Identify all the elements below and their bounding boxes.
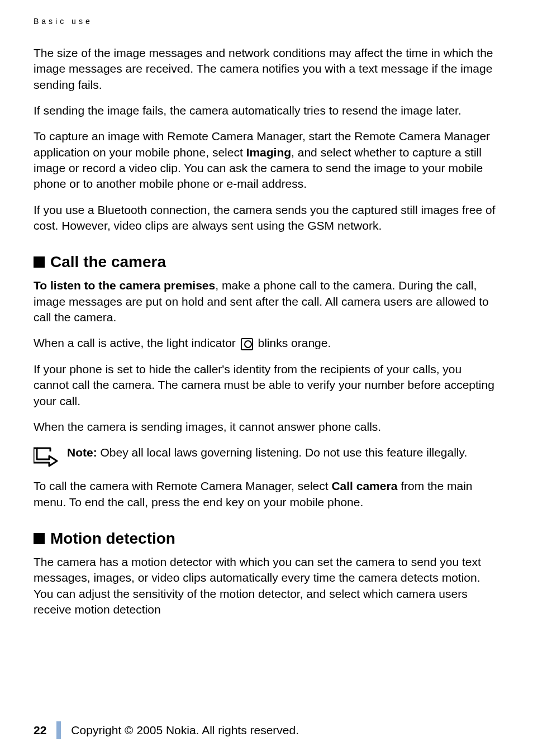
section-heading-motion-detection: Motion detection	[34, 530, 499, 548]
bold-text: Imaging	[246, 146, 292, 159]
bold-text: Call camera	[331, 479, 397, 492]
footer-accent-bar	[56, 721, 61, 739]
text-span: To call the camera with Remote Camera Ma…	[34, 479, 331, 492]
body-paragraph: The size of the image messages and netwo…	[34, 45, 499, 93]
section-heading-call-camera: Call the camera	[34, 253, 499, 271]
body-paragraph: To call the camera with Remote Camera Ma…	[34, 478, 499, 510]
text-span: blinks orange.	[255, 336, 331, 349]
note-text: Note: Obey all local laws governing list…	[67, 445, 467, 460]
note-content: Obey all local laws governing listening.…	[97, 446, 468, 459]
bold-text: To listen to the camera premises	[34, 279, 215, 292]
body-paragraph: If you use a Bluetooth connection, the c…	[34, 202, 499, 234]
body-paragraph: If sending the image fails, the camera a…	[34, 103, 499, 118]
light-indicator-icon	[241, 338, 253, 350]
header-running-title: Basic use	[34, 17, 499, 26]
heading-text: Call the camera	[50, 253, 166, 271]
body-paragraph: The camera has a motion detector with wh…	[34, 554, 499, 617]
body-paragraph: To listen to the camera premises, make a…	[34, 278, 499, 325]
square-bullet-icon	[34, 256, 45, 268]
note-block: Note: Obey all local laws governing list…	[34, 445, 499, 468]
square-bullet-icon	[34, 533, 45, 544]
body-paragraph: When the camera is sending images, it ca…	[34, 419, 499, 435]
note-label: Note:	[67, 446, 97, 459]
note-arrow-icon	[34, 446, 59, 468]
page-footer: 22 Copyright © 2005 Nokia. All rights re…	[34, 721, 299, 739]
body-paragraph: If your phone is set to hide the caller'…	[34, 362, 499, 409]
body-paragraph: To capture an image with Remote Camera M…	[34, 129, 499, 192]
body-paragraph: When a call is active, the light indicat…	[34, 335, 499, 351]
heading-text: Motion detection	[50, 530, 175, 548]
page-number: 22	[34, 724, 46, 737]
text-span: When a call is active, the light indicat…	[34, 336, 239, 349]
copyright-text: Copyright © 2005 Nokia. All rights reser…	[71, 724, 299, 737]
